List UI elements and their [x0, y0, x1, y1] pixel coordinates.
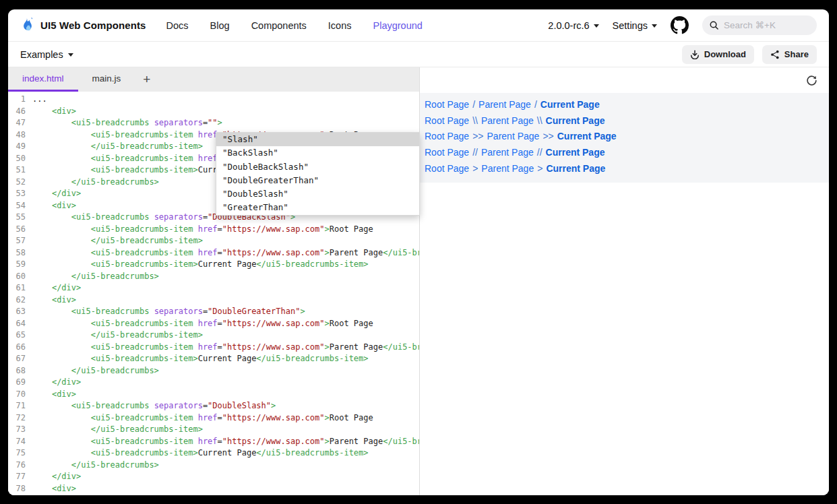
share-button[interactable]: Share	[762, 45, 817, 64]
breadcrumb-current-page: Current Page	[546, 163, 605, 174]
breadcrumb-separator: >	[537, 163, 542, 174]
code-line[interactable]: 66 <ui5-breadcrumbs-item href="https://w…	[8, 342, 419, 354]
breadcrumb-current-page: Current Page	[546, 115, 605, 126]
line-number: 55	[8, 212, 26, 224]
line-number: 48	[8, 129, 26, 141]
breadcrumb-row: Root Page//Parent Page//Current Page	[425, 145, 822, 161]
code-line[interactable]: 57 </ui5-breadcrumbs-item>	[8, 235, 419, 247]
brand[interactable]: UI5 Web Components	[20, 17, 146, 34]
line-number: 65	[8, 329, 26, 342]
breadcrumb-row: Root Page>>Parent Page>>Current Page	[425, 129, 822, 145]
autocomplete-item[interactable]: "DoubleGreaterThan"	[216, 174, 419, 187]
code-line[interactable]: 60 </ui5-breadcrumbs>	[8, 271, 419, 283]
line-number: 46	[8, 106, 26, 118]
preview-pane: Root Page/Parent Page/Current PageRoot P…	[420, 67, 829, 495]
breadcrumbs-preview: Root Page/Parent Page/Current PageRoot P…	[420, 93, 829, 183]
code-line[interactable]: 73 </ui5-breadcrumbs-item>	[8, 424, 419, 436]
code-line[interactable]: 59 <ui5-breadcrumbs-item>Current Page</u…	[8, 259, 419, 271]
top-header: UI5 Web Components DocsBlogComponentsIco…	[8, 9, 829, 42]
breadcrumb-link[interactable]: Parent Page	[481, 163, 534, 174]
tab-strip: index.htmlmain.js	[8, 67, 135, 92]
code-line[interactable]: 68 </ui5-breadcrumbs>	[8, 365, 419, 377]
line-number: 61	[8, 282, 26, 294]
code-line[interactable]: 58 <ui5-breadcrumbs-item href="https://w…	[8, 247, 419, 259]
search-input[interactable]	[724, 20, 805, 30]
editor-pane: index.htmlmain.js + 1...46 <div>47 <ui5-…	[8, 67, 420, 495]
breadcrumb-separator: >	[472, 163, 478, 174]
breadcrumb-separator: //	[537, 147, 542, 158]
line-number: 66	[8, 342, 26, 354]
breadcrumb-link[interactable]: Root Page	[425, 131, 469, 141]
code-line[interactable]: 69 </div>	[8, 377, 419, 389]
nav-item-blog[interactable]: Blog	[210, 20, 230, 31]
nav-item-icons[interactable]: Icons	[328, 20, 352, 31]
brand-title: UI5 Web Components	[40, 20, 146, 31]
breadcrumb-link[interactable]: Parent Page	[487, 131, 540, 141]
code-line[interactable]: 64 <ui5-breadcrumbs-item href="https://w…	[8, 318, 419, 330]
line-number: 59	[8, 259, 26, 271]
code-line[interactable]: 61 </div>	[8, 282, 419, 294]
breadcrumb-link[interactable]: Parent Page	[481, 147, 534, 158]
code-line[interactable]: 74 <ui5-breadcrumbs-item href="https://w…	[8, 436, 419, 448]
tab-index-html[interactable]: index.html	[8, 67, 78, 92]
line-number: 58	[8, 247, 26, 259]
code-line[interactable]: 72 <ui5-breadcrumbs-item href="https://w…	[8, 412, 419, 424]
code-line[interactable]: 65 </ui5-breadcrumbs-item>	[8, 329, 419, 342]
breadcrumb-separator: /	[534, 99, 537, 110]
settings-menu[interactable]: Settings	[613, 20, 657, 31]
code-line[interactable]: 47 <ui5-breadcrumbs separators="">	[8, 117, 419, 129]
examples-menu[interactable]: Examples	[20, 49, 73, 60]
breadcrumb-link[interactable]: Root Page	[425, 99, 469, 110]
code-line[interactable]: 78 <div>	[8, 483, 419, 495]
code-line[interactable]: 70 <div>	[8, 389, 419, 401]
refresh-button[interactable]	[806, 75, 817, 86]
autocomplete-item[interactable]: "DoubleBackSlash"	[216, 160, 419, 174]
code-line[interactable]: 1...	[8, 94, 419, 106]
search-box[interactable]	[702, 15, 817, 35]
line-number: 69	[8, 377, 26, 389]
code-line[interactable]: 46 <div>	[8, 106, 419, 118]
nav-item-components[interactable]: Components	[251, 20, 307, 31]
line-number: 73	[8, 424, 26, 436]
autocomplete-item[interactable]: "BackSlash"	[216, 146, 419, 160]
autocomplete-item[interactable]: "DoubleSlash"	[216, 187, 419, 201]
line-number: 53	[8, 188, 26, 200]
breadcrumb-separator: \\	[537, 115, 542, 126]
editor-tabbar: index.htmlmain.js +	[8, 67, 419, 92]
nav-item-docs[interactable]: Docs	[166, 20, 189, 31]
line-number: 50	[8, 153, 26, 165]
line-number: 77	[8, 471, 26, 483]
code-line[interactable]: 56 <ui5-breadcrumbs-item href="https://w…	[8, 224, 419, 236]
breadcrumb-link[interactable]: Root Page	[425, 147, 469, 158]
code-line[interactable]: 71 <ui5-breadcrumbs separators="DoubleSl…	[8, 400, 419, 412]
breadcrumb-link[interactable]: Parent Page	[478, 99, 531, 110]
code-line[interactable]: 77 </div>	[8, 471, 419, 483]
autocomplete-item[interactable]: "GreaterThan"	[216, 201, 419, 214]
breadcrumb-link[interactable]: Root Page	[425, 163, 469, 174]
main-nav: DocsBlogComponentsIconsPlayground	[166, 20, 423, 31]
line-number: 74	[8, 436, 26, 448]
breadcrumb-separator: /	[472, 99, 475, 110]
nav-item-playground[interactable]: Playground	[373, 20, 423, 31]
code-line[interactable]: 67 <ui5-breadcrumbs-item>Current Page</u…	[8, 353, 419, 365]
share-label: Share	[784, 49, 809, 59]
code-line[interactable]: 76 </ui5-breadcrumbs>	[8, 460, 419, 472]
breadcrumb-link[interactable]: Parent Page	[481, 115, 534, 126]
add-tab-button[interactable]: +	[139, 67, 154, 92]
github-icon[interactable]	[671, 16, 689, 34]
version-menu[interactable]: 2.0.0-rc.6	[548, 20, 598, 31]
breadcrumb-row: Root Page/Parent Page/Current Page	[425, 97, 822, 113]
tab-main-js[interactable]: main.js	[78, 67, 135, 92]
download-button[interactable]: Download	[682, 45, 754, 64]
line-number: 75	[8, 447, 26, 460]
code-line[interactable]: 63 <ui5-breadcrumbs separators="DoubleGr…	[8, 306, 419, 318]
code-line[interactable]: 75 <ui5-breadcrumbs-item>Current Page</u…	[8, 447, 419, 460]
code-line[interactable]: 62 <div>	[8, 294, 419, 307]
line-number: 57	[8, 235, 26, 247]
autocomplete-item[interactable]: "Slash"	[216, 133, 419, 146]
breadcrumb-link[interactable]: Root Page	[425, 115, 469, 126]
version-label: 2.0.0-rc.6	[548, 20, 589, 31]
breadcrumb-separator: >>	[542, 131, 553, 141]
app-window: UI5 Web Components DocsBlogComponentsIco…	[8, 9, 829, 495]
examples-toolbar: Examples Download	[8, 42, 829, 67]
